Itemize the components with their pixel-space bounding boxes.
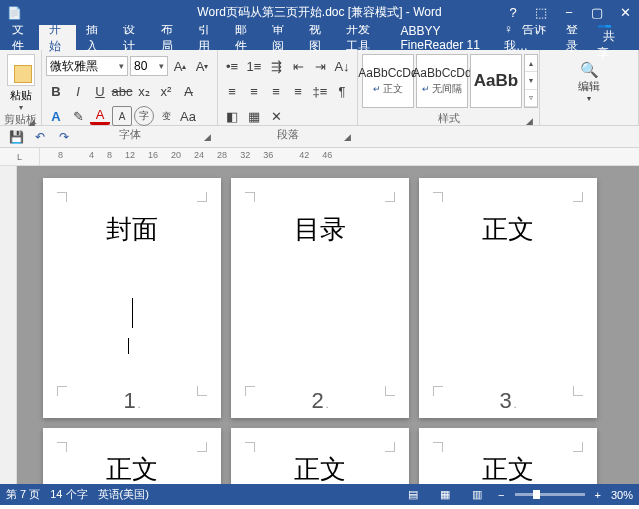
page-title-text: 正文 xyxy=(482,212,534,247)
page-thumbnail[interactable]: 正文 xyxy=(231,428,409,484)
grow-font-icon[interactable]: A▴ xyxy=(170,56,190,76)
zoom-slider[interactable] xyxy=(515,493,585,496)
multilevel-icon[interactable]: ⇶ xyxy=(266,56,286,76)
clipboard-dialog-launcher-icon[interactable]: ◢ xyxy=(28,117,35,127)
page-thumbnail[interactable]: 封面 1. xyxy=(43,178,221,418)
show-marks-icon[interactable]: ¶ xyxy=(332,81,352,101)
editing-dropdown[interactable]: 🔍 编辑 ▾ xyxy=(578,61,600,103)
numbering-icon[interactable]: 1≡ xyxy=(244,56,264,76)
char-shading-icon[interactable]: A xyxy=(112,106,132,126)
align-left-icon[interactable]: ≡ xyxy=(222,81,242,101)
page-thumbnail[interactable]: 正文 3. xyxy=(419,178,597,418)
page-title-text: 正文 xyxy=(106,452,158,484)
document-canvas[interactable]: 封面 1. 目录 2. 正文 3. 正文 xyxy=(17,166,639,484)
enclose-char-icon[interactable]: 字 xyxy=(134,106,154,126)
page-title-text: 目录 xyxy=(294,212,346,247)
ribbon-tabs: 文件 开始 插入 设计 布局 引用 邮件 审阅 视图 开发工具 ABBYY Fi… xyxy=(0,25,639,50)
style-heading1[interactable]: AaBb xyxy=(470,54,522,108)
clipboard-group-label: 剪贴板◢ xyxy=(4,112,37,126)
styles-gallery-more[interactable]: ▴ ▾ ▿ xyxy=(524,54,538,108)
style-preview: AaBbCcDd xyxy=(358,66,417,80)
style-no-spacing[interactable]: AaBbCcDd ↵无间隔 xyxy=(416,54,468,108)
tab-design[interactable]: 设计 xyxy=(113,25,150,50)
justify-icon[interactable]: ≡ xyxy=(288,81,308,101)
expand-gallery-icon[interactable]: ▿ xyxy=(525,90,537,107)
help-icon[interactable]: ? xyxy=(499,0,527,25)
borders-icon[interactable]: ▦ xyxy=(244,106,264,126)
ruler-mark: 12 xyxy=(125,150,135,160)
tab-layout[interactable]: 布局 xyxy=(151,25,188,50)
page-number: 3 xyxy=(499,388,511,413)
zoom-out-icon[interactable]: − xyxy=(498,489,504,501)
increase-indent-icon[interactable]: ⇥ xyxy=(310,56,330,76)
text-effects-icon[interactable]: A xyxy=(46,106,66,126)
page-title-text: 封面 xyxy=(106,212,158,247)
tab-developer[interactable]: 开发工具 xyxy=(336,25,390,50)
tab-insert[interactable]: 插入 xyxy=(76,25,113,50)
shrink-font-icon[interactable]: A▾ xyxy=(192,56,212,76)
change-case-icon[interactable]: Aa xyxy=(178,106,198,126)
ribbon-display-icon[interactable]: ⬚ xyxy=(527,0,555,25)
font-color-icon[interactable]: A xyxy=(90,108,110,125)
page-thumbnail[interactable]: 正文 xyxy=(419,428,597,484)
paragraph-group-label: 段落◢ xyxy=(222,127,353,141)
paste-button[interactable]: 粘贴 ▾ xyxy=(4,52,37,112)
page-thumbnail[interactable]: 正文 xyxy=(43,428,221,484)
status-word-count[interactable]: 14 个字 xyxy=(50,487,87,502)
decrease-indent-icon[interactable]: ⇤ xyxy=(288,56,308,76)
font-name-combo[interactable]: 微软雅黑▾ xyxy=(46,56,128,76)
italic-icon[interactable]: I xyxy=(68,81,88,101)
maximize-icon[interactable]: ▢ xyxy=(583,0,611,25)
shading-icon[interactable]: ◧ xyxy=(222,106,242,126)
status-page[interactable]: 第 7 页 xyxy=(6,487,40,502)
minimize-icon[interactable]: − xyxy=(555,0,583,25)
view-web-icon[interactable]: ▥ xyxy=(466,487,488,503)
text-cursor xyxy=(128,338,129,354)
tab-references[interactable]: 引用 xyxy=(188,25,225,50)
clear-format-icon[interactable]: A̶ xyxy=(178,81,198,101)
tab-file[interactable]: 文件 xyxy=(2,25,39,50)
bold-icon[interactable]: B xyxy=(46,81,66,101)
close-icon[interactable]: ✕ xyxy=(611,0,639,25)
view-print-icon[interactable]: ▦ xyxy=(434,487,456,503)
group-font: 微软雅黑▾ 80▾ A▴ A▾ B I U abc x₂ x² A̶ A ✎ A… xyxy=(42,50,218,125)
underline-icon[interactable]: U xyxy=(90,81,110,101)
scroll-down-icon[interactable]: ▾ xyxy=(525,72,537,89)
paste-icon xyxy=(7,54,35,86)
bullets-icon[interactable]: •≡ xyxy=(222,56,242,76)
tab-view[interactable]: 视图 xyxy=(299,25,336,50)
subscript-icon[interactable]: x₂ xyxy=(134,81,154,101)
align-right-icon[interactable]: ≡ xyxy=(266,81,286,101)
paragraph-dialog-launcher-icon[interactable]: ◢ xyxy=(344,132,351,142)
font-size-combo[interactable]: 80▾ xyxy=(130,56,168,76)
tab-mailings[interactable]: 邮件 xyxy=(225,25,262,50)
tab-abbyy[interactable]: ABBYY FineReader 11 xyxy=(391,25,498,50)
superscript-icon[interactable]: x² xyxy=(156,81,176,101)
asian-layout-icon[interactable]: ✕ xyxy=(266,106,286,126)
line-spacing-icon[interactable]: ‡≡ xyxy=(310,81,330,101)
ruler-horizontal: L 8 4 8 12 16 20 24 28 32 36 42 46 xyxy=(0,148,639,166)
zoom-in-icon[interactable]: + xyxy=(595,489,601,501)
style-normal[interactable]: AaBbCcDd ↵正文 xyxy=(362,54,414,108)
ruler-mark: 36 xyxy=(263,150,273,160)
ruler-mark: 16 xyxy=(148,150,158,160)
zoom-level[interactable]: 30% xyxy=(611,489,633,501)
save-icon[interactable]: 💾 xyxy=(8,129,24,145)
sort-icon[interactable]: A↓ xyxy=(332,56,352,76)
tab-home[interactable]: 开始 xyxy=(39,25,76,50)
align-center-icon[interactable]: ≡ xyxy=(244,81,264,101)
view-read-icon[interactable]: ▤ xyxy=(402,487,424,503)
strike-icon[interactable]: abc xyxy=(112,81,132,101)
tab-review[interactable]: 审阅 xyxy=(262,25,299,50)
styles-dialog-launcher-icon[interactable]: ◢ xyxy=(526,116,533,126)
page-thumbnail[interactable]: 目录 2. xyxy=(231,178,409,418)
scroll-up-icon[interactable]: ▴ xyxy=(525,55,537,72)
highlight-icon[interactable]: ✎ xyxy=(68,106,88,126)
text-cursor xyxy=(132,298,133,328)
app-icon: 📄 xyxy=(5,6,23,20)
ruler-corner: L xyxy=(0,148,40,165)
phonetic-icon[interactable]: 变 xyxy=(156,106,176,126)
ruler-mark: 46 xyxy=(322,150,332,160)
font-dialog-launcher-icon[interactable]: ◢ xyxy=(204,132,211,142)
status-language[interactable]: 英语(美国) xyxy=(98,487,149,502)
